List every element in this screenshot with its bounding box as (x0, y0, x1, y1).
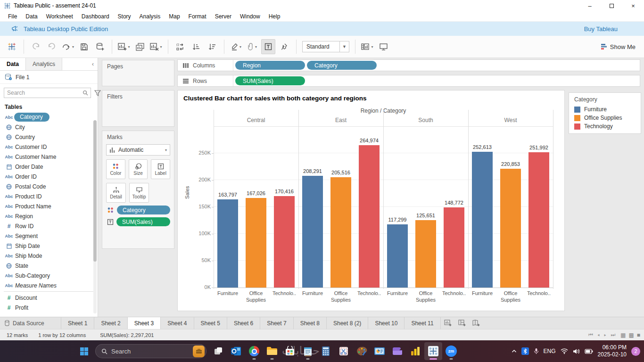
marks-pill-category[interactable]: Category (117, 206, 170, 214)
language-indicator[interactable]: ENG (544, 348, 556, 354)
field-customer-name[interactable]: AbcCustomer Name (0, 152, 98, 162)
sheet-tab-sheet-3[interactable]: Sheet 3 (128, 317, 161, 329)
field-product-id[interactable]: AbcProduct ID (0, 191, 98, 201)
file-explorer-icon[interactable] (263, 342, 281, 360)
columns-pill-region[interactable]: Region (235, 61, 305, 70)
undo-button[interactable] (29, 39, 43, 54)
detail-button[interactable]: Detail (106, 183, 126, 203)
data-source-connection[interactable]: File 1 (0, 71, 98, 84)
mark-type-dropdown[interactable]: Automatic ▾ (106, 144, 170, 156)
bar-east-office-supplies[interactable] (330, 177, 351, 288)
buy-tableau-link[interactable]: Buy Tableau (584, 25, 618, 33)
new-worksheet-tab-button[interactable] (441, 317, 455, 329)
duplicate-sheet-button[interactable] (133, 39, 147, 54)
close-button[interactable]: × (622, 0, 644, 11)
field-profit[interactable]: #Profit (0, 303, 98, 313)
bar-central-technology[interactable] (274, 196, 295, 288)
clear-sheet-button[interactable]: ▾ (149, 39, 163, 54)
menu-item-file[interactable]: File (4, 12, 21, 21)
sort-ascending-button[interactable] (189, 39, 203, 54)
field-category[interactable]: AbcCategory (0, 112, 98, 122)
start-button[interactable] (75, 343, 92, 360)
bluetooth-icon[interactable] (521, 347, 529, 355)
show-hide-cards-button[interactable]: ▾ (360, 39, 374, 54)
sidebar-scrollbar[interactable] (93, 120, 97, 313)
redo-button[interactable] (45, 39, 59, 54)
field-measure-names[interactable]: AbcMeasure Names (0, 280, 98, 290)
bar-south-furniture[interactable] (387, 224, 408, 288)
fit-selector-caret-icon[interactable]: ▼ (339, 41, 349, 52)
tab-analytics[interactable]: Analytics (25, 58, 62, 70)
field-city[interactable]: City (0, 122, 98, 132)
menu-item-analysis[interactable]: Analysis (135, 12, 165, 21)
field-ship-date[interactable]: Ship Date (0, 241, 98, 251)
new-worksheet-button[interactable]: ▾ (117, 39, 131, 54)
marks-pill-sum-sales[interactable]: SUM(Sales) (116, 217, 170, 226)
microphone-icon[interactable] (534, 348, 539, 354)
new-story-button[interactable] (469, 317, 483, 329)
field-row-id[interactable]: #Row ID (0, 221, 98, 231)
size-button[interactable]: Size (129, 159, 148, 179)
data-source-tab[interactable]: Data Source (0, 317, 61, 329)
maximize-button[interactable] (601, 0, 622, 11)
new-data-source-button[interactable] (93, 39, 107, 54)
menu-item-server[interactable]: Server (211, 12, 236, 21)
label-button[interactable]: Label (151, 159, 170, 179)
clipchamp-icon[interactable] (388, 342, 406, 360)
show-filmstrip-icon[interactable]: ▩ (628, 332, 634, 338)
minimize-button[interactable]: – (579, 0, 601, 11)
microsoft-store-icon[interactable] (281, 342, 299, 360)
bar-east-technology[interactable] (359, 145, 380, 288)
tableau-icon[interactable] (424, 342, 442, 360)
color-button[interactable]: Color (106, 159, 125, 179)
save-button[interactable] (77, 39, 91, 54)
tab-data[interactable]: Data (0, 58, 25, 70)
field-search[interactable] (4, 88, 91, 98)
bar-west-furniture[interactable] (472, 152, 493, 288)
rows-pill-sum-sales[interactable]: SUM(Sales) (235, 76, 305, 85)
tooltip-button[interactable]: Tooltip (129, 183, 149, 203)
tableau-logo-icon[interactable] (5, 39, 19, 54)
snipping-tool-icon[interactable] (335, 342, 353, 360)
pages-shelf[interactable]: Pages (102, 60, 174, 86)
show-tabs-icon[interactable]: ▦ (620, 332, 626, 338)
menu-item-map[interactable]: Map (165, 12, 184, 21)
sheet-tab-sheet-7[interactable]: Sheet 7 (260, 317, 293, 329)
new-dashboard-button[interactable] (455, 317, 469, 329)
menu-item-help[interactable]: Help (264, 12, 285, 21)
show-mark-labels-button[interactable] (261, 39, 275, 54)
sheet-tab-sheet-8[interactable]: Sheet 8 (294, 317, 327, 329)
bar-central-furniture[interactable] (217, 199, 238, 288)
filter-fields-icon[interactable] (93, 90, 102, 96)
volume-icon[interactable] (573, 348, 580, 354)
field-segment[interactable]: AbcSegment (0, 231, 98, 241)
filters-shelf[interactable]: Filters (102, 90, 174, 127)
legend-item-furniture[interactable]: Furniture (569, 105, 641, 114)
fix-axes-button[interactable] (277, 39, 291, 54)
field-product-name[interactable]: AbcProduct Name (0, 201, 98, 211)
presentation-mode-button[interactable] (376, 39, 390, 54)
menu-item-worksheet[interactable]: Worksheet (42, 12, 77, 21)
sheet-tab-sheet-4[interactable]: Sheet 4 (161, 317, 194, 329)
field-country[interactable]: Country (0, 132, 98, 142)
collapse-pane-icon[interactable]: ‹ (88, 58, 98, 70)
color-legend[interactable]: Category FurnitureOffice SuppliesTechnol… (569, 92, 641, 134)
field-order-date[interactable]: Order Date (0, 162, 98, 172)
menu-item-story[interactable]: Story (114, 12, 135, 21)
field-state[interactable]: State (0, 261, 98, 271)
menu-item-dashboard[interactable]: Dashboard (77, 12, 114, 21)
wifi-icon[interactable] (561, 348, 568, 354)
menu-item-format[interactable]: Format (184, 12, 211, 21)
sheet-nav-arrows[interactable]: ⏮ ◂ ▸ ⏭ (588, 332, 617, 338)
sheet-tab-sheet-10[interactable]: Sheet 10 (368, 317, 405, 329)
notification-badge[interactable]: 2 (631, 347, 640, 356)
clock[interactable]: 06:00 PM 2025-02-10 (598, 344, 627, 358)
menu-item-data[interactable]: Data (21, 12, 41, 21)
bar-south-technology[interactable] (444, 207, 464, 288)
fit-selector[interactable]: Standard ▼ (302, 41, 349, 52)
bar-south-office-supplies[interactable] (415, 220, 436, 288)
menu-item-window[interactable]: Window (236, 12, 264, 21)
taskbar-search[interactable]: Search (95, 344, 206, 358)
group-members-button[interactable]: ▾ (245, 39, 259, 54)
sheet-tab-sheet-2[interactable]: Sheet 2 (94, 317, 127, 329)
